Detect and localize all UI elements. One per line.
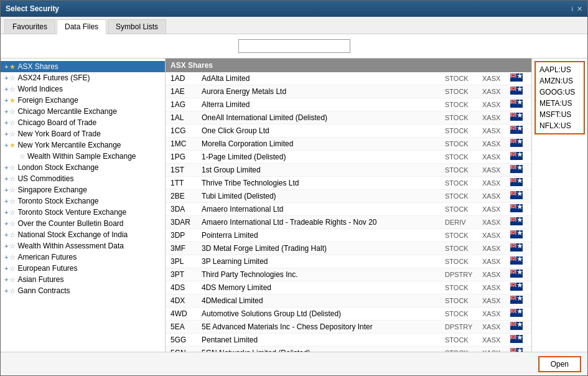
- symbol-code: 4DS: [170, 283, 202, 292]
- open-button[interactable]: Open: [538, 356, 581, 372]
- quick-symbol[interactable]: AAPL:US: [538, 65, 581, 75]
- tab-symbol-lists[interactable]: Symbol Lists: [108, 19, 166, 34]
- table-row[interactable]: 4DX 4DMedical Limited STOCK XASX ★: [166, 294, 531, 308]
- star-icon[interactable]: ☆: [9, 108, 16, 116]
- star-icon[interactable]: ☆: [9, 197, 16, 205]
- table-row[interactable]: 1AL OneAll International Limited (Delist…: [166, 111, 531, 125]
- table-row[interactable]: 2BE Tubi Limited (Delisted) STOCK XASX ★: [166, 190, 531, 203]
- star-icon[interactable]: ☆: [9, 276, 16, 284]
- expand-icon[interactable]: +: [4, 96, 8, 104]
- star-icon[interactable]: ☆: [9, 209, 16, 217]
- expand-icon[interactable]: +: [4, 197, 8, 205]
- star-icon[interactable]: ☆: [9, 265, 16, 273]
- star-icon[interactable]: ☆: [9, 119, 16, 127]
- table-row[interactable]: 1AG Alterra Limited STOCK XASX ★: [166, 98, 531, 111]
- star-icon[interactable]: ☆: [9, 220, 16, 228]
- star-icon[interactable]: ★: [9, 63, 16, 71]
- expand-icon[interactable]: +: [4, 175, 8, 182]
- expand-icon[interactable]: +: [4, 186, 8, 194]
- left-item-gann-contracts[interactable]: +☆Gann Contracts: [1, 285, 165, 296]
- left-item-singapore[interactable]: +☆Singapore Exchange: [1, 184, 165, 195]
- expand-icon[interactable]: +: [4, 287, 8, 294]
- left-item-us-commodities[interactable]: +☆US Commodities: [1, 173, 165, 184]
- left-item-asian-futures[interactable]: +☆Asian Futures: [1, 274, 165, 285]
- exchange-code: XASX: [482, 284, 510, 291]
- left-item-nse-india[interactable]: +☆National Stock Exchange of India: [1, 229, 165, 240]
- table-row[interactable]: 3DP Pointerra Limited STOCK XASX ★: [166, 229, 531, 242]
- table-row[interactable]: 1AD AdAlta Limited STOCK XASX ★: [166, 72, 531, 85]
- star-icon[interactable]: ☆: [9, 186, 16, 194]
- quick-symbol[interactable]: NFLX:US: [538, 121, 581, 131]
- expand-icon[interactable]: +: [4, 108, 8, 115]
- star-icon[interactable]: ☆: [9, 287, 16, 295]
- left-item-european-futures[interactable]: +☆European Futures: [1, 263, 165, 274]
- quick-symbol[interactable]: AMZN:US: [538, 76, 581, 86]
- left-item-new-york-board[interactable]: +☆New York Board of Trade: [1, 128, 165, 139]
- expand-icon[interactable]: +: [4, 253, 8, 261]
- left-item-toronto[interactable]: +☆Toronto Stock Exchange: [1, 195, 165, 207]
- expand-icon[interactable]: +: [4, 209, 8, 216]
- left-item-american-futures[interactable]: +☆American Futures: [1, 251, 165, 263]
- expand-icon[interactable]: +: [4, 119, 8, 126]
- star-icon[interactable]: ☆: [9, 253, 16, 261]
- star-icon[interactable]: ☆: [9, 85, 16, 93]
- left-item-chicago-mercantile[interactable]: +☆Chicago Mercantile Exchange: [1, 106, 165, 117]
- table-row[interactable]: 1MC Morella Corporation Limited STOCK XA…: [166, 138, 531, 151]
- left-item-wealth-assessment[interactable]: +☆Wealth Within Assessment Data: [1, 240, 165, 251]
- info-icon[interactable]: i: [572, 5, 573, 13]
- left-item-new-york-mercantile[interactable]: +★New York Mercantile Exchange: [1, 139, 165, 151]
- tab-data-files[interactable]: Data Files: [57, 19, 106, 34]
- left-item-london-stock[interactable]: +☆London Stock Exchange: [1, 162, 165, 173]
- left-item-asx-shares[interactable]: +★ASX Shares: [1, 61, 165, 72]
- left-item-foreign-exchange[interactable]: +★Foreign Exchange: [1, 95, 165, 106]
- star-icon[interactable]: ☆: [9, 164, 16, 172]
- star-icon[interactable]: ☆: [19, 153, 26, 161]
- quick-symbol[interactable]: GOOG:US: [538, 87, 581, 97]
- left-item-chicago-board[interactable]: +☆Chicago Board of Trade: [1, 117, 165, 128]
- left-item-asx24-futures[interactable]: +☆ASX24 Futures (SFE): [1, 72, 165, 83]
- star-icon[interactable]: ★: [9, 96, 16, 105]
- table-row[interactable]: 3DA Amaero International Ltd STOCK XASX …: [166, 203, 531, 216]
- table-row[interactable]: 3DAR Amaero International Ltd - Tradeabl…: [166, 216, 531, 229]
- expand-icon[interactable]: +: [4, 63, 8, 70]
- expand-icon[interactable]: +: [4, 74, 8, 82]
- table-row[interactable]: 4WD Automotive Solutions Group Ltd (Deli…: [166, 308, 531, 321]
- table-row[interactable]: 1TT Thrive Tribe Technologies Ltd STOCK …: [166, 177, 531, 190]
- expand-icon[interactable]: +: [4, 220, 8, 227]
- table-row[interactable]: 1PG 1-Page Limited (Delisted) STOCK XASX…: [166, 151, 531, 164]
- quick-symbol[interactable]: MSFT:US: [538, 110, 581, 120]
- expand-icon[interactable]: +: [4, 164, 8, 171]
- left-item-toronto-venture[interactable]: +☆Toronto Stock Venture Exchange: [1, 207, 165, 218]
- table-row[interactable]: 3PT Third Party Technologies Inc. DPSTRY…: [166, 268, 531, 281]
- star-icon[interactable]: ☆: [9, 242, 16, 250]
- tab-favourites[interactable]: Favourites: [4, 19, 55, 34]
- star-icon[interactable]: ☆: [9, 130, 16, 138]
- expand-icon[interactable]: +: [4, 130, 8, 138]
- table-row[interactable]: 5GN 5GN Networks Limited (Delisted) STOC…: [166, 347, 531, 352]
- table-row[interactable]: 5EA 5E Advanced Materials Inc - Chess De…: [166, 321, 531, 334]
- star-icon[interactable]: ★: [9, 141, 16, 149]
- table-row[interactable]: 1AE Aurora Energy Metals Ltd STOCK XASX …: [166, 85, 531, 98]
- search-input[interactable]: [238, 39, 350, 53]
- left-item-label: Gann Contracts: [17, 286, 70, 295]
- table-row[interactable]: 1ST 1st Group Limited STOCK XASX ★: [166, 164, 531, 177]
- expand-icon[interactable]: +: [4, 265, 8, 272]
- left-item-wealth-sample[interactable]: ☆Wealth Within Sample Exchange: [1, 151, 165, 162]
- table-row[interactable]: 1CG One Click Group Ltd STOCK XASX ★: [166, 125, 531, 138]
- table-row[interactable]: 5GG Pentanet Limited STOCK XASX ★: [166, 334, 531, 347]
- star-icon[interactable]: ☆: [9, 231, 16, 239]
- table-row[interactable]: 3MF 3D Metal Forge Limited (Trading Halt…: [166, 242, 531, 255]
- left-item-otcbb[interactable]: +☆Over the Counter Bulletin Board: [1, 218, 165, 229]
- close-icon[interactable]: ✕: [577, 5, 582, 13]
- expand-icon[interactable]: +: [4, 85, 8, 93]
- table-row[interactable]: 4DS 4DS Memory Limited STOCK XASX ★: [166, 281, 531, 294]
- star-icon[interactable]: ☆: [9, 175, 16, 183]
- quick-symbol[interactable]: META:US: [538, 98, 581, 108]
- star-icon[interactable]: ☆: [9, 74, 16, 82]
- table-row[interactable]: 3PL 3P Learning Limited STOCK XASX ★: [166, 255, 531, 268]
- expand-icon[interactable]: +: [4, 231, 8, 238]
- expand-icon[interactable]: +: [4, 242, 8, 250]
- expand-icon[interactable]: +: [4, 141, 8, 149]
- expand-icon[interactable]: +: [4, 276, 8, 283]
- left-item-world-indices[interactable]: +☆World Indices: [1, 83, 165, 95]
